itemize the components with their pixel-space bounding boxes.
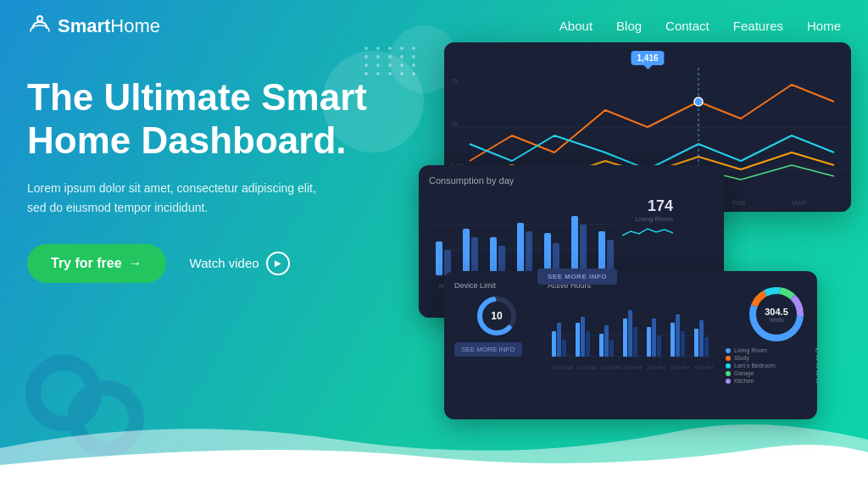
active-hours-section: Active Hours — [548, 281, 717, 409]
consumption-title: Consumption by day — [429, 175, 714, 186]
svg-rect-22 — [463, 229, 470, 275]
active-hours-svg: 10:00 AM 11:00 AM 12:00 PM 1:00 PM 2:00 … — [548, 293, 717, 378]
see-more-info-button[interactable]: SEE MORE INFO — [537, 269, 617, 285]
logo-text: SmartHome — [58, 15, 160, 37]
nav-features[interactable]: Features — [733, 19, 783, 33]
logo[interactable]: SmartHome — [27, 11, 160, 42]
chart-tooltip: 1,416 — [631, 51, 664, 65]
svg-rect-59 — [652, 319, 656, 357]
svg-rect-23 — [471, 237, 478, 275]
svg-point-0 — [37, 16, 42, 21]
nav-contact[interactable]: Contact — [665, 19, 709, 33]
svg-rect-50 — [581, 317, 585, 357]
svg-text:MAR: MAR — [792, 199, 807, 207]
svg-rect-55 — [623, 319, 627, 357]
device-see-more-button[interactable]: SEE MORE INFO — [454, 342, 522, 357]
svg-text:4:00 PM: 4:00 PM — [694, 365, 713, 370]
donut-value: 304.5 — [765, 307, 788, 317]
svg-text:FEB: FEB — [732, 199, 746, 207]
svg-text:1:00 PM: 1:00 PM — [623, 365, 642, 370]
svg-text:1k: 1k — [451, 119, 459, 127]
watch-video-button[interactable]: Watch video ▶ — [190, 252, 290, 275]
svg-rect-47 — [557, 323, 561, 357]
svg-rect-61 — [670, 323, 675, 357]
svg-text:2:00 PM: 2:00 PM — [647, 365, 665, 370]
svg-rect-66 — [704, 337, 709, 357]
device-limit-title: Device Limit — [454, 281, 539, 290]
svg-text:11:00 AM: 11:00 AM — [576, 365, 597, 370]
svg-rect-27 — [526, 231, 532, 275]
svg-rect-49 — [576, 323, 580, 357]
stat-174-value: 174 — [622, 197, 673, 215]
hero-buttons: Try for free → Watch video ▶ — [27, 244, 383, 283]
svg-rect-58 — [647, 327, 651, 357]
arrow-right-icon: → — [129, 256, 142, 271]
svg-rect-54 — [609, 340, 614, 357]
logo-icon — [27, 11, 53, 42]
svg-rect-53 — [604, 325, 609, 357]
svg-text:10:00 AM: 10:00 AM — [552, 365, 573, 370]
svg-rect-60 — [657, 335, 661, 357]
svg-text:3:00 PM: 3:00 PM — [670, 365, 689, 370]
svg-rect-65 — [699, 320, 704, 357]
svg-rect-64 — [694, 329, 698, 357]
hero-description: Lorem ipsum dolor sit amet, consectetur … — [27, 179, 332, 217]
play-icon: ▶ — [266, 252, 290, 275]
svg-rect-51 — [586, 331, 590, 357]
svg-rect-26 — [517, 223, 524, 275]
svg-rect-24 — [490, 237, 497, 275]
watermark-text: activate Windows — [778, 460, 851, 470]
stat-174-label: Living Room — [622, 215, 673, 223]
hero-section: The Ultimate Smart Home Dashboard. Lorem… — [27, 76, 383, 283]
sparkline-svg — [622, 223, 673, 240]
device-limit-section: Device Limit 10 SEE MORE INFO — [454, 281, 539, 409]
donut-label: Watts — [765, 317, 788, 323]
nav-about[interactable]: About — [559, 19, 593, 33]
svg-rect-20 — [436, 241, 442, 275]
svg-text:2k: 2k — [451, 77, 459, 85]
svg-text:12:00 PM: 12:00 PM — [599, 365, 621, 370]
device-limit-value: 10 — [491, 310, 502, 322]
nav-home[interactable]: Home — [807, 19, 841, 33]
nav-links: About Blog Contact Features Home — [559, 19, 841, 34]
svg-rect-62 — [676, 314, 680, 357]
donut-section: 304.5 Watts Living Room 55% Study 12% — [726, 281, 817, 409]
try-for-free-button[interactable]: Try for free → — [27, 244, 166, 283]
hero-title: The Ultimate Smart Home Dashboard. — [27, 76, 383, 162]
svg-rect-56 — [628, 310, 632, 357]
donut-legend: Living Room 55% Study 12% Lars's Bedroom… — [726, 347, 817, 384]
svg-rect-46 — [552, 331, 556, 357]
dashboard-mockup: 1,416 2k 1k 0.5k OCT NOV DEC JAN FEB MAR — [410, 42, 851, 432]
navigation: SmartHome About Blog Contact Features Ho… — [0, 0, 868, 53]
svg-rect-52 — [599, 334, 604, 357]
svg-rect-48 — [562, 340, 566, 357]
svg-rect-63 — [681, 331, 685, 357]
nav-blog[interactable]: Blog — [616, 19, 642, 33]
bottom-card: Device Limit 10 SEE MORE INFO Active Hou… — [444, 271, 817, 419]
svg-rect-57 — [633, 327, 637, 357]
